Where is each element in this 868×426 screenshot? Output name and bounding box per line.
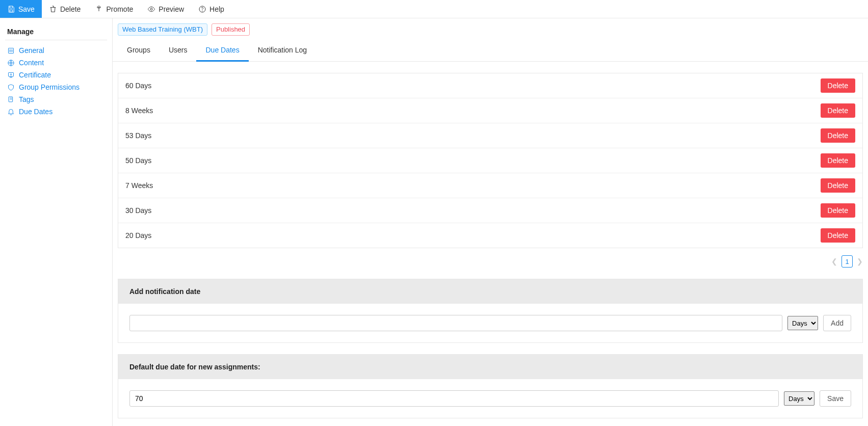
sidebar-item-group-permissions[interactable]: Group Permissions bbox=[5, 81, 107, 93]
certificate-icon bbox=[7, 71, 15, 79]
notification-unit-select[interactable]: Days bbox=[787, 316, 818, 330]
top-toolbar: Save Delete Promote Preview Help bbox=[0, 0, 868, 18]
sidebar-item-label: Due Dates bbox=[19, 108, 52, 116]
row-delete-button[interactable]: Delete bbox=[821, 103, 855, 118]
page-number[interactable]: 1 bbox=[841, 255, 853, 268]
row-delete-button[interactable]: Delete bbox=[821, 153, 855, 168]
svg-point-3 bbox=[202, 11, 203, 11]
slider-icon bbox=[7, 47, 15, 55]
notification-value-input[interactable] bbox=[129, 315, 782, 331]
svg-point-7 bbox=[10, 74, 12, 75]
sidebar-item-content[interactable]: Content bbox=[5, 57, 107, 69]
manage-sidebar: Manage General Content Certificate Group… bbox=[0, 18, 112, 426]
save-button[interactable]: Save bbox=[0, 0, 42, 18]
tag-icon bbox=[7, 96, 15, 103]
list-item-label: 7 Weeks bbox=[125, 181, 153, 190]
sidebar-item-general[interactable]: General bbox=[5, 44, 107, 57]
tab-notification-log[interactable]: Notification Log bbox=[249, 41, 317, 61]
help-button-label: Help bbox=[209, 5, 224, 13]
list-item-label: 20 Days bbox=[125, 231, 151, 239]
svg-rect-0 bbox=[10, 10, 12, 12]
help-button[interactable]: Help bbox=[191, 0, 231, 18]
sidebar-item-due-dates[interactable]: Due Dates bbox=[5, 105, 107, 118]
default-unit-select[interactable]: Days bbox=[784, 391, 814, 406]
promote-button[interactable]: Promote bbox=[88, 0, 140, 18]
pagination: ❮ 1 ❯ bbox=[113, 248, 868, 268]
row-delete-button[interactable]: Delete bbox=[821, 203, 855, 218]
list-item-label: 50 Days bbox=[125, 156, 151, 165]
panel-heading: Default due date for new assignments: bbox=[118, 355, 862, 379]
list-item: 50 Days Delete bbox=[118, 148, 862, 173]
status-badge: Published bbox=[212, 23, 250, 36]
globe-icon bbox=[7, 59, 15, 67]
delete-button-label: Delete bbox=[60, 5, 81, 13]
list-item: 8 Weeks Delete bbox=[118, 98, 862, 123]
add-notification-panel: Add notification date Days Add bbox=[118, 279, 863, 343]
sidebar-item-label: Certificate bbox=[19, 71, 51, 79]
preview-button[interactable]: Preview bbox=[140, 0, 191, 18]
row-delete-button[interactable]: Delete bbox=[821, 178, 855, 193]
sidebar-item-label: Tags bbox=[19, 95, 34, 103]
sidebar-item-label: General bbox=[19, 46, 44, 55]
main-content: Web Based Training (WBT) Published Group… bbox=[112, 18, 868, 426]
default-save-button[interactable]: Save bbox=[820, 390, 851, 407]
chevron-right-icon[interactable]: ❯ bbox=[857, 257, 863, 265]
eye-icon bbox=[147, 5, 155, 13]
bell-icon bbox=[7, 108, 15, 116]
preview-button-label: Preview bbox=[159, 5, 184, 13]
row-delete-button[interactable]: Delete bbox=[821, 128, 855, 143]
delete-button[interactable]: Delete bbox=[42, 0, 88, 18]
list-item: 20 Days Delete bbox=[118, 223, 862, 248]
save-icon bbox=[7, 5, 15, 13]
type-badge: Web Based Training (WBT) bbox=[118, 23, 207, 36]
sidebar-item-certificate[interactable]: Certificate bbox=[5, 69, 107, 81]
list-item-label: 60 Days bbox=[125, 82, 151, 90]
svg-rect-6 bbox=[9, 72, 14, 76]
tab-groups[interactable]: Groups bbox=[118, 41, 160, 61]
sidebar-item-tags[interactable]: Tags bbox=[5, 93, 107, 105]
tab-bar: Groups Users Due Dates Notification Log bbox=[113, 41, 868, 62]
list-item: 30 Days Delete bbox=[118, 198, 862, 223]
sidebar-heading: Manage bbox=[5, 24, 107, 40]
sidebar-item-label: Group Permissions bbox=[19, 83, 80, 91]
default-due-date-input[interactable] bbox=[129, 390, 779, 407]
row-delete-button[interactable]: Delete bbox=[821, 78, 855, 93]
list-item-label: 53 Days bbox=[125, 131, 151, 140]
list-item-label: 8 Weeks bbox=[125, 107, 153, 115]
save-button-label: Save bbox=[18, 5, 35, 13]
help-icon bbox=[198, 5, 206, 13]
chevron-left-icon[interactable]: ❮ bbox=[831, 257, 837, 265]
panel-heading: Add notification date bbox=[118, 279, 862, 304]
row-delete-button[interactable]: Delete bbox=[821, 228, 855, 243]
add-button[interactable]: Add bbox=[823, 315, 851, 331]
trash-icon bbox=[49, 5, 57, 13]
list-item: 60 Days Delete bbox=[118, 73, 862, 98]
default-due-date-panel: Default due date for new assignments: Da… bbox=[118, 354, 863, 418]
promote-button-label: Promote bbox=[106, 5, 133, 13]
list-item-label: 30 Days bbox=[125, 206, 151, 215]
promote-icon bbox=[95, 5, 103, 13]
due-dates-list: 60 Days Delete 8 Weeks Delete 53 Days De… bbox=[118, 73, 863, 248]
list-item: 53 Days Delete bbox=[118, 123, 862, 148]
list-item: 7 Weeks Delete bbox=[118, 173, 862, 198]
svg-point-1 bbox=[150, 8, 152, 10]
sidebar-item-label: Content bbox=[19, 59, 44, 67]
tab-due-dates[interactable]: Due Dates bbox=[196, 41, 248, 62]
shield-icon bbox=[7, 84, 15, 91]
tab-users[interactable]: Users bbox=[160, 41, 197, 61]
